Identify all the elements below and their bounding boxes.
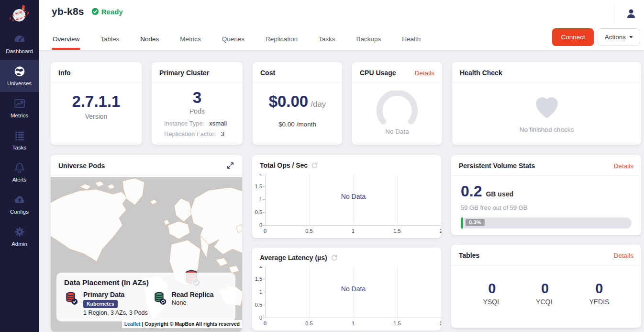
pods-label: Pods [156,107,238,115]
info-card-title: Info [58,69,71,77]
check-circle-icon [91,8,99,15]
refresh-icon[interactable] [331,254,338,262]
average-latency-title: Average Latency (µs) [260,254,338,262]
sidebar-item-label: Dashboard [6,48,33,54]
actions-button[interactable]: Actions [598,28,640,46]
tab-replication[interactable]: Replication [265,32,299,50]
user-icon [625,7,637,20]
sidebar-item-dashboard[interactable]: Dashboard [0,28,39,60]
total-ops-title: Total Ops / Sec [260,161,318,169]
total-ops-card: Total Ops / Sec 2 1.5 1 0.5 0 [252,155,441,238]
ysql-count-block: 0 YSQL [483,281,501,306]
sidebar-item-tasks[interactable]: Tasks [0,124,39,156]
sidebar-item-label: Configs [10,209,29,215]
universe-pods-card: Universe Pods [51,155,242,332]
data-placement-title: Data Placement (In AZs) [64,278,228,287]
sidebar-item-alerts[interactable]: Alerts [0,156,39,188]
volume-used-label: GB used [486,190,513,198]
ycql-count: 0 [536,281,554,297]
cpu-details-link[interactable]: Details [415,69,434,77]
tab-tables[interactable]: Tables [100,32,120,50]
expand-icon[interactable] [226,161,234,170]
configs-cloud-icon [13,194,26,206]
sidebar-item-universes[interactable]: Universes [0,60,39,92]
primary-data-summary: 1 Region, 3 AZs, 3 Pods [83,309,148,316]
sidebar-item-label: Admin [11,241,27,247]
total-ops-chart: 2 1.5 1 0.5 0 No Data 0 0.5 [252,174,441,236]
read-replica-label: Read Replica [172,291,214,298]
dashboard-gauge-icon [13,33,26,46]
volume-details-link[interactable]: Details [614,162,633,170]
heart-icon [531,92,563,120]
instance-type-label: Instance Type: [164,120,204,127]
primary-cluster-title: Primary Cluster [159,69,209,77]
gauge-arc-icon [371,91,423,125]
data-placement-panel: Data Placement (In AZs) [56,273,235,321]
volume-used-value: 0.2 [461,183,482,200]
cpu-usage-title: CPU Usage [360,69,396,77]
universes-globe-icon [13,65,26,78]
version-value: 2.7.1.1 [56,93,137,110]
status-badge: Ready [91,8,123,16]
refresh-icon[interactable] [311,162,318,169]
tables-details-link[interactable]: Details [614,252,633,259]
tab-backups[interactable]: Backups [355,32,382,50]
ysql-count: 0 [483,281,501,297]
tab-nodes[interactable]: Nodes [139,32,160,50]
world-map[interactable]: Data Placement (In AZs) [51,177,242,332]
cost-card-title: Cost [260,69,275,77]
health-check-card: Health Check No finished checks [452,62,641,145]
actions-label: Actions [605,34,626,41]
volume-usage-percent: 0.3% [466,219,485,226]
alerts-bell-icon [13,161,26,174]
sidebar-item-admin[interactable]: Admin [0,220,39,252]
topbar: yb-k8s Ready Overview Tables Nodes Metri… [39,0,644,50]
yugabyte-logo[interactable] [0,0,39,28]
metrics-chart-icon [13,97,26,110]
overview-content: Info 2.7.1.1 Version Primary Cluster 3 P… [39,50,644,332]
tables-title: Tables [459,252,479,259]
sidebar-item-label: Alerts [12,177,26,183]
volume-usage-bar: 0.3% [461,218,632,229]
cpu-empty-message: No Data [357,128,437,135]
chevron-down-icon [629,36,633,38]
sidebar: Dashboard Universes Metrics Tasks [0,0,39,332]
tab-overview[interactable]: Overview [52,32,80,50]
universe-pods-title: Universe Pods [58,162,105,170]
cost-day-unit: /day [311,100,326,109]
primary-database-icon [64,291,78,305]
sidebar-item-configs[interactable]: Configs [0,188,39,220]
tab-queries[interactable]: Queries [221,32,245,50]
yedis-count: 0 [589,281,609,297]
primary-cluster-card: Primary Cluster 3 Pods Instance Type: xs… [152,62,243,145]
no-data-message: No Data [341,193,366,200]
tasks-list-icon [13,129,26,142]
connect-button[interactable]: Connect [552,28,593,46]
primary-data-label: Primary Data [83,291,148,298]
volume-usage-fill [461,218,463,229]
provider-badge: Kubernetes [83,300,118,308]
tab-tasks[interactable]: Tasks [318,32,336,50]
tab-health[interactable]: Health [401,32,422,50]
tables-card: Tables Details 0 YSQL 0 YCQL 0 [451,245,641,328]
sidebar-item-metrics[interactable]: Metrics [0,92,39,124]
volume-free-text: 59 GB free out of 59 GB [461,204,632,211]
read-replica-item: Read Replica None [153,291,214,316]
health-empty-message: No finished checks [457,126,636,133]
sidebar-item-label: Tasks [12,145,26,150]
replica-database-icon [153,291,167,305]
attribution-text: | Copyright © MapBox All rights reserved [142,321,240,327]
ysql-label: YSQL [483,298,501,306]
cpu-usage-card: CPU Usage Details No Data [352,62,442,145]
user-menu[interactable] [614,4,637,23]
info-card: Info 2.7.1.1 Version [51,62,142,145]
map-attribution: Leaflet | Copyright © MapBox All rights … [122,320,242,328]
instance-type-value: xsmall [209,120,227,127]
leaflet-link[interactable]: Leaflet [124,321,141,327]
globe-rocket-logo-icon [9,3,31,25]
yedis-count-block: 0 YEDIS [589,281,609,306]
ycql-count-block: 0 YCQL [536,281,554,306]
tab-metrics[interactable]: Metrics [179,32,202,50]
sidebar-item-label: Universes [7,80,32,86]
persistent-volume-title: Persistent Volume Stats [459,162,535,170]
